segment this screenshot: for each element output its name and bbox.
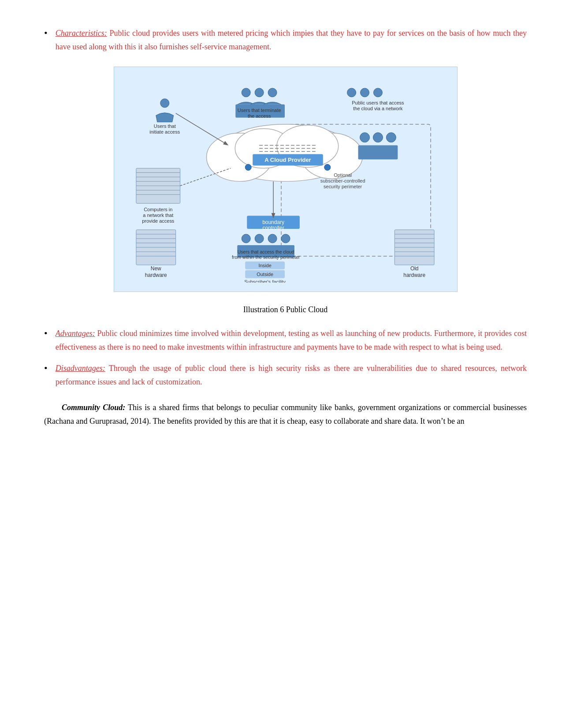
bullet-dot-2: • [44, 328, 48, 339]
svg-text:hardware: hardware [403, 272, 425, 278]
disadvantages-text: Through the usage of public cloud there … [56, 364, 527, 386]
svg-text:Computers in: Computers in [144, 207, 172, 212]
svg-point-28 [360, 133, 369, 142]
bullet-advantages: • Advantages: Public cloud minimizes tim… [44, 327, 527, 354]
svg-text:security perimeter: security perimeter [324, 184, 362, 190]
svg-point-11 [245, 164, 251, 171]
disadvantages-label: Disadvantages: [56, 364, 105, 373]
svg-point-68 [255, 234, 264, 243]
svg-text:Users that terminate: Users that terminate [237, 108, 281, 113]
community-paragraph: Community Cloud: This is a shared firms … [44, 401, 527, 428]
svg-point-30 [386, 133, 396, 142]
svg-text:Old: Old [410, 265, 418, 272]
cloud-label: A Cloud Provider [264, 157, 311, 164]
svg-text:Inside: Inside [258, 263, 271, 268]
svg-text:initiate access: initiate access [149, 129, 180, 134]
characteristics-text: Public cloud provides users with metered… [56, 29, 527, 51]
characteristics-label: Characteristics: [56, 29, 107, 37]
svg-point-13 [160, 99, 169, 108]
svg-point-12 [324, 164, 330, 171]
advantages-text: Public cloud minimizes time involved wit… [56, 329, 527, 351]
svg-text:Optional: Optional [334, 173, 352, 178]
bullet-disadvantages: • Disadvantages: Through the usage of pu… [44, 362, 527, 388]
svg-point-69 [268, 234, 277, 243]
bullet-text-disadvantages: Disadvantages: Through the usage of publ… [56, 362, 527, 388]
svg-point-67 [242, 234, 250, 243]
svg-text:controller: controller [262, 225, 284, 231]
svg-point-24 [373, 88, 382, 97]
svg-text:Outside: Outside [257, 272, 273, 277]
bullet-text-advantages: Advantages: Public cloud minimizes time … [56, 327, 527, 354]
svg-text:hardware: hardware [145, 272, 167, 278]
cloud-diagram-svg: A Cloud Provider Users that initiate acc… [123, 80, 448, 283]
svg-text:Subscriber's facility: Subscriber's facility [244, 279, 286, 283]
cloud-diagram-container: A Cloud Provider Users that initiate acc… [114, 67, 458, 292]
advantages-label: Advantages: [56, 329, 95, 338]
bullet-dot-3: • [44, 362, 48, 374]
svg-text:the access: the access [247, 113, 271, 119]
users-initiate-label: Users that [153, 123, 175, 129]
svg-rect-31 [358, 146, 398, 160]
svg-text:the cloud via a network: the cloud via a network [353, 106, 403, 111]
svg-point-17 [255, 88, 264, 97]
illustration-caption: Illustration 6 Public Cloud [44, 305, 527, 314]
community-cloud-section: Community Cloud: This is a shared firms … [44, 401, 527, 428]
boundary-label: boundary [262, 219, 284, 225]
svg-text:Users that access the cloud: Users that access the cloud [237, 250, 294, 254]
svg-text:Public users that access: Public users that access [352, 100, 404, 105]
svg-point-23 [360, 88, 369, 97]
svg-point-29 [373, 133, 383, 142]
svg-text:subscriber-controlled: subscriber-controlled [320, 179, 365, 184]
bullet-characteristics: • Characteristics: Public cloud provides… [44, 26, 527, 53]
svg-text:provide access: provide access [142, 218, 175, 224]
svg-text:from within the security perim: from within the security perimeter [232, 255, 300, 260]
bullet-text-characteristics: Characteristics: Public cloud provides u… [56, 26, 527, 53]
svg-point-70 [281, 234, 290, 243]
community-label: Community Cloud: [62, 403, 125, 412]
svg-text:a network that: a network that [143, 213, 173, 218]
bullet-dot-1: • [44, 27, 48, 39]
svg-text:New: New [150, 265, 161, 272]
svg-point-18 [268, 88, 277, 97]
svg-point-22 [347, 88, 356, 97]
svg-point-16 [242, 88, 250, 97]
